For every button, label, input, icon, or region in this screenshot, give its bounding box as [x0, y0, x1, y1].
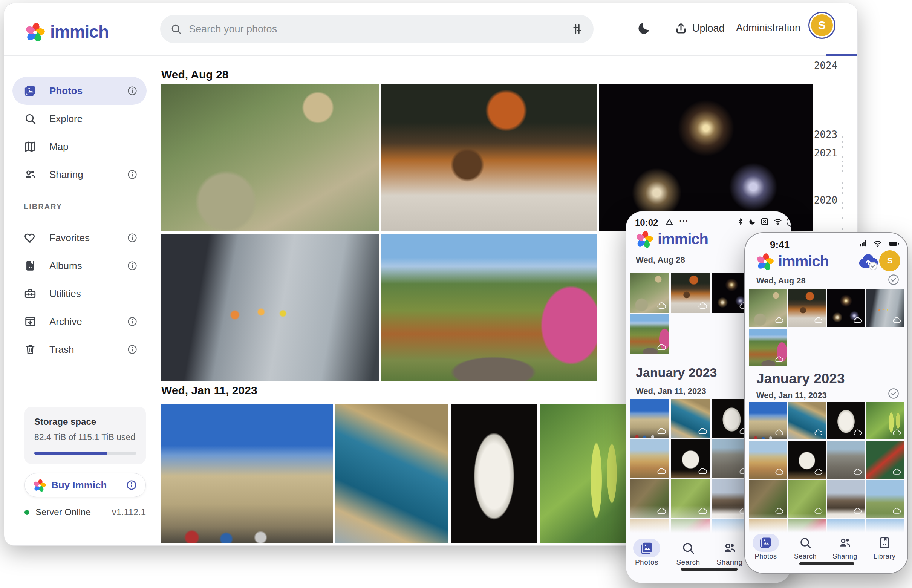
photos-icon [24, 84, 37, 97]
photos-icon [639, 541, 654, 555]
user-avatar[interactable]: S [809, 12, 836, 39]
search-filter-icon[interactable] [571, 23, 584, 36]
sidebar-item-sharing[interactable]: Sharing [13, 161, 147, 189]
timeline-year-2023[interactable]: 2023 [805, 129, 846, 140]
phone-photo-sculpture [671, 439, 710, 478]
phone-photo-monkeys [630, 273, 669, 313]
theme-toggle-button[interactable] [636, 21, 652, 36]
archive-icon [24, 315, 37, 328]
wifi-icon [773, 217, 783, 226]
phone2-date-header: Wed, Aug 28 [756, 276, 806, 286]
phone2-nav-photos: Photos [744, 536, 788, 561]
info-icon[interactable] [127, 260, 137, 271]
sidebar-item-archive[interactable]: Archive [13, 308, 147, 336]
info-icon[interactable] [127, 86, 137, 96]
select-check-icon [888, 274, 899, 286]
photo-thumbnail-marble-bust[interactable] [451, 404, 538, 543]
upload-icon [674, 21, 688, 35]
sidebar-label-explore: Explore [49, 113, 137, 125]
timeline-active-indicator [826, 54, 858, 56]
phone-photo-walls [630, 399, 669, 438]
sidebar-item-favorites[interactable]: Favorites [13, 224, 147, 252]
phone-photo-decor [867, 441, 904, 479]
grid-fade-overlay [745, 514, 907, 536]
phone-photo-fort [788, 402, 826, 439]
wifi-icon [872, 239, 883, 248]
photo-thumbnail-fort-sea[interactable] [335, 404, 449, 543]
phone-mockup-ios: 9:41 immich [744, 232, 908, 573]
sidebar-item-map[interactable]: Map [13, 132, 147, 161]
sidebar-item-utilities[interactable]: Utilities [13, 279, 147, 308]
explore-search-icon [24, 112, 37, 125]
sidebar-item-explore[interactable]: Explore [13, 105, 147, 132]
timeline-year-2020[interactable]: 2020 [805, 194, 846, 206]
storage-space-card: Storage space 82.4 TiB of 115.1 TiB used [24, 407, 146, 464]
info-icon[interactable] [127, 169, 137, 180]
info-icon[interactable] [127, 316, 137, 327]
top-bar: immich [4, 3, 857, 56]
search-icon [799, 536, 812, 549]
search-bar[interactable] [160, 15, 594, 44]
app-logo[interactable]: immich [25, 21, 108, 42]
dnd-moon-icon [748, 218, 756, 226]
notification-dots: ⋯ [679, 215, 689, 227]
buy-immich-button[interactable]: Buy Immich [24, 473, 146, 497]
photo-thumbnail-dinner-table[interactable] [381, 84, 597, 231]
library-section-label: LIBRARY [24, 202, 62, 211]
cellular-icon [858, 239, 868, 248]
info-icon[interactable] [127, 344, 137, 355]
phone1-status-icons: 97 [737, 217, 791, 226]
phone-photo-fort [671, 399, 710, 438]
phone-photo-dinner [788, 289, 826, 327]
server-online-dot [24, 510, 29, 515]
phone-photo-autumn [749, 329, 786, 367]
photo-thumbnail-sea-grapes[interactable] [540, 404, 626, 543]
sidebar-label-favorites: Favorites [49, 232, 127, 244]
photo-thumbnail-zoo-monkeys[interactable] [161, 84, 379, 231]
photo-thumbnail-city-walls[interactable] [161, 404, 333, 543]
sidebar-item-photos[interactable]: Photos [13, 77, 147, 105]
storage-usage-text: 82.4 TiB of 115.1 TiB used [34, 432, 136, 443]
search-input[interactable] [189, 23, 571, 35]
date-group-header: Wed, Aug 28 [161, 68, 228, 81]
heart-icon [24, 231, 37, 244]
upload-button[interactable]: Upload [674, 21, 725, 35]
no-sim-icon [760, 217, 769, 226]
storage-progress-fill [34, 452, 107, 455]
timeline-year-2021[interactable]: 2021 [805, 147, 846, 159]
phone1-clock: 10:02 [635, 218, 658, 228]
battery-icon [887, 239, 901, 248]
sidebar-label-sharing: Sharing [49, 169, 127, 181]
phone1-app-logo: immich [636, 230, 708, 248]
brand-wordmark: immich [50, 21, 108, 42]
date-group-header: Wed, Jan 11, 2023 [161, 384, 257, 397]
phone2-month-header: January 2023 [756, 371, 845, 387]
sidebar-label-trash: Trash [49, 344, 127, 355]
sidebar-item-trash[interactable]: Trash [13, 336, 147, 363]
sidebar-item-albums[interactable]: Albums [13, 252, 147, 279]
phone2-bottom-nav: Photos Search Sharing [745, 533, 907, 573]
phone-photo-beach [749, 441, 786, 479]
phone1-nav-search: Search [665, 541, 711, 567]
phone-photo-autumn [630, 314, 669, 354]
server-status-label: Server Online [36, 507, 112, 517]
immich-flower-icon [636, 230, 653, 248]
administration-button[interactable]: Administration [736, 22, 801, 34]
select-check-icon [888, 388, 899, 399]
photo-thumbnail-autumn-path[interactable] [381, 234, 597, 381]
phone2-date-header-2: Wed, Jan 11, 2023 [756, 391, 827, 400]
search-icon [170, 23, 182, 35]
photo-thumbnail-holding-hands[interactable] [161, 234, 379, 381]
info-icon[interactable] [127, 233, 137, 243]
photo-thumbnail-fireworks[interactable] [599, 84, 813, 231]
administration-label: Administration [736, 22, 801, 34]
phone2-app-logo: immich [756, 252, 829, 270]
phone-photo-ruins [827, 441, 865, 479]
info-icon [126, 480, 137, 491]
brand-wordmark: immich [778, 253, 829, 270]
timeline-year-2024[interactable]: 2024 [805, 60, 846, 71]
phone1-nav-photos: Photos [626, 541, 669, 567]
map-icon [24, 140, 37, 153]
phone-photo-beach [630, 439, 669, 478]
storage-progress-track [34, 452, 136, 455]
